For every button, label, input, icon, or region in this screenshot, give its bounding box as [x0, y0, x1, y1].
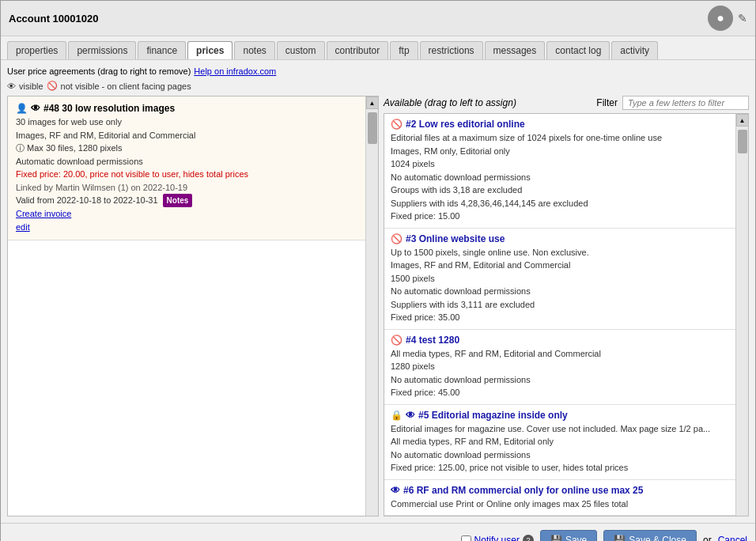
available-item-6[interactable]: 👁 #6 RF and RM commercial only for onlin… — [384, 480, 735, 516]
or-label: or — [703, 535, 712, 541]
save-label: Save — [565, 535, 587, 541]
item-5-name: #5 Editorial magazine inside only — [418, 410, 568, 421]
window-title: Account 10001020 — [9, 13, 98, 25]
not-visible-label: not visible - on client facing pages — [61, 81, 191, 91]
scroll-thumb[interactable] — [368, 112, 377, 144]
save-close-button[interactable]: 💾 Save & Close — [603, 530, 697, 541]
footer: Notify user ? 💾 Save 💾 Save & Close or C… — [1, 523, 755, 541]
no-eye-icon-2: 🚫 — [391, 119, 403, 130]
detail-line-9: edit — [16, 221, 357, 234]
detail-line-7: Valid from 2022-10-18 to 2022-10-31 Note… — [16, 194, 357, 207]
save-close-disk-icon: 💾 — [614, 535, 626, 541]
available-items-list: 🚫 #2 Low res editorial online Editorial … — [384, 114, 735, 516]
user-price-label: User price agreements (drag to right to … — [7, 66, 191, 76]
eye-icon-5: 👁 — [406, 410, 415, 421]
save-close-label: Save & Close — [629, 535, 686, 541]
item-4-title: 🚫 #4 test 1280 — [391, 335, 729, 346]
tab-contributor[interactable]: contributor — [327, 41, 389, 59]
tab-notes[interactable]: notes — [234, 41, 274, 59]
filter-input[interactable] — [622, 96, 749, 110]
item-5-title: 🔒 👁 #5 Editorial magazine inside only — [391, 410, 729, 421]
main-window: Account 10001020 ● ✎ propertiespermissio… — [0, 0, 756, 541]
detail-line-8: Create invoice — [16, 207, 357, 221]
tab-activity[interactable]: activity — [611, 41, 658, 59]
right-section: Available (drag to left to assign) Filte… — [384, 96, 749, 516]
tab-permissions[interactable]: permissions — [68, 41, 136, 59]
item-2-title: 🚫 #2 Low res editorial online — [391, 119, 729, 130]
no-eye-icon-4: 🚫 — [391, 335, 403, 346]
item-5-detail: Editorial images for magazine use. Cover… — [391, 422, 729, 475]
available-item-4[interactable]: 🚫 #4 test 1280 All media types, RF and R… — [384, 330, 735, 405]
available-label: Available (drag to left to assign) — [384, 97, 516, 108]
cancel-button[interactable]: Cancel — [718, 535, 747, 541]
item-6-name: #6 RF and RM commercial only for online … — [403, 485, 643, 496]
filter-section: Filter — [596, 96, 749, 110]
tab-contact_log[interactable]: contact log — [546, 41, 610, 59]
tab-custom[interactable]: custom — [277, 41, 325, 59]
available-item-3[interactable]: 🚫 #3 Online website use Up to 1500 pixel… — [384, 229, 735, 330]
not-visible-icon: 🚫 — [47, 81, 58, 91]
price-agreements-header: User price agreements (drag to right to … — [7, 66, 749, 76]
item-3-detail: Up to 1500 pixels, single online use. No… — [391, 246, 729, 324]
help-link[interactable]: Help on infradox.com — [194, 66, 276, 76]
detail-line-5: Fixed price: 20.00, price not visible to… — [16, 168, 357, 181]
card-title: 👤 👁 #48 30 low resolution images — [16, 103, 357, 114]
agreement-title: #48 30 low resolution images — [43, 103, 175, 114]
lock-icon-5: 🔒 — [391, 410, 403, 421]
right-scrollbar[interactable]: ▲ — [735, 114, 748, 516]
tab-messages[interactable]: messages — [485, 41, 546, 59]
panels-container: 👤 👁 #48 30 low resolution images 30 imag… — [7, 96, 749, 516]
scroll-up-arrow[interactable]: ▲ — [366, 96, 379, 109]
edit-icon[interactable]: ✎ — [738, 12, 747, 25]
notify-row: Notify user ? — [461, 535, 534, 541]
visible-label: visible — [19, 81, 43, 91]
visibility-row: 👁 visible 🚫 not visible - on client faci… — [7, 81, 749, 91]
notes-badge: Notes — [163, 194, 193, 207]
right-scroll-up[interactable]: ▲ — [736, 114, 749, 127]
filter-label: Filter — [596, 97, 618, 108]
left-scroll-container: 👤 👁 #48 30 low resolution images 30 imag… — [7, 96, 379, 516]
title-bar: Account 10001020 ● ✎ — [1, 1, 755, 36]
agreement-card: 👤 👁 #48 30 low resolution images 30 imag… — [8, 96, 365, 240]
item-6-title: 👁 #6 RF and RM commercial only for onlin… — [391, 485, 729, 496]
visible-eye-icon: 👁 — [7, 81, 16, 91]
tab-restrictions[interactable]: restrictions — [420, 41, 483, 59]
user-avatar[interactable]: ● — [708, 6, 733, 31]
left-scrollbar[interactable]: ▲ — [365, 96, 378, 516]
detail-line-1: 30 images for web use only — [16, 115, 357, 129]
assigned-agreements-list: 👤 👁 #48 30 low resolution images 30 imag… — [8, 96, 365, 516]
item-3-name: #3 Online website use — [406, 233, 505, 244]
notify-user-link[interactable]: Notify user — [474, 535, 520, 541]
help-icon[interactable]: ? — [523, 535, 534, 541]
item-2-name: #2 Low res editorial online — [406, 119, 525, 130]
eye-icon: 👁 — [31, 103, 40, 114]
no-eye-icon-3: 🚫 — [391, 233, 403, 244]
tab-bar: propertiespermissionsfinancepricesnotesc… — [1, 36, 755, 60]
item-4-name: #4 test 1280 — [406, 335, 459, 346]
person-icon: 👤 — [16, 103, 28, 114]
card-detail: 30 images for web use only Images, RF an… — [16, 115, 357, 233]
right-panel-wrap: 🚫 #2 Low res editorial online Editorial … — [384, 113, 749, 516]
prices-content: User price agreements (drag to right to … — [1, 60, 755, 523]
tab-ftp[interactable]: ftp — [390, 41, 418, 59]
available-item-2[interactable]: 🚫 #2 Low res editorial online Editorial … — [384, 114, 735, 229]
notify-checkbox[interactable] — [461, 535, 471, 542]
right-header: Available (drag to left to assign) Filte… — [384, 96, 749, 110]
item-3-title: 🚫 #3 Online website use — [391, 233, 729, 244]
tab-prices[interactable]: prices — [187, 41, 232, 59]
tab-properties[interactable]: properties — [7, 41, 66, 59]
detail-line-6: Linked by Martin Wilmsen (1) on 2022-10-… — [16, 181, 357, 195]
item-2-detail: Editorial files at a maximum size of 102… — [391, 131, 729, 223]
item-4-detail: All media types, RF and RM, Editorial an… — [391, 347, 729, 399]
available-item-5[interactable]: 🔒 👁 #5 Editorial magazine inside only Ed… — [384, 405, 735, 480]
tab-finance[interactable]: finance — [138, 41, 186, 59]
right-scroll-thumb[interactable] — [738, 130, 747, 153]
detail-line-2: Images, RF and RM, Editorial and Commerc… — [16, 129, 357, 142]
item-6-detail: Commercial use Print or Online only imag… — [391, 497, 729, 511]
create-invoice-link[interactable]: Create invoice — [16, 209, 71, 218]
save-button[interactable]: 💾 Save — [540, 530, 597, 541]
save-disk-icon: 💾 — [550, 535, 562, 541]
left-panel-container: 👤 👁 #48 30 low resolution images 30 imag… — [7, 96, 379, 516]
edit-link[interactable]: edit — [16, 222, 30, 232]
detail-line-4: Automatic download permissions — [16, 155, 357, 168]
